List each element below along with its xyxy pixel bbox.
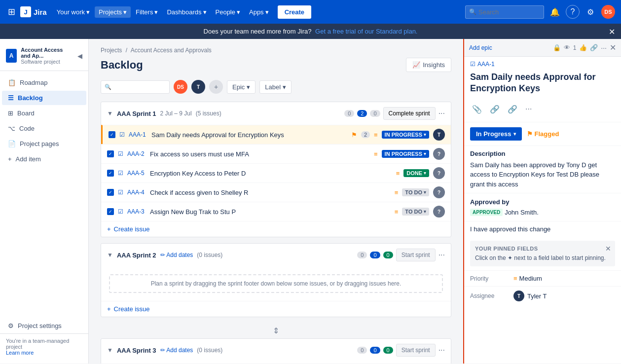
banner-link[interactable]: Get a free trial of our Standard plan. bbox=[315, 28, 417, 35]
issue-row-aaa2[interactable]: ✓ ☑ AAA-2 Fix access so users must use M… bbox=[101, 144, 451, 163]
priority-field-row: Priority ≡ Medium bbox=[464, 270, 621, 286]
sidebar-item-add[interactable]: + Add item bbox=[2, 152, 86, 166]
create-issue-sprint2[interactable]: + Create issue bbox=[101, 301, 451, 317]
assignee-aaa5[interactable]: ? bbox=[433, 167, 445, 179]
sprint2-toggle[interactable]: ▼ bbox=[107, 252, 113, 258]
label-filter[interactable]: Label ▾ bbox=[259, 80, 292, 94]
start-sprint3-button[interactable]: Start sprint bbox=[396, 344, 436, 357]
filters-menu[interactable]: Filters ▾ bbox=[132, 6, 162, 18]
resize-handle[interactable]: ⇕ bbox=[101, 323, 451, 338]
status-aaa4[interactable]: TO DO ▾ bbox=[402, 188, 429, 196]
attach-icon[interactable]: 📎 bbox=[470, 103, 484, 116]
user-avatar[interactable]: DS bbox=[601, 5, 615, 19]
checkbox-aaa5[interactable]: ✓ bbox=[107, 170, 114, 177]
epic-filter[interactable]: Epic ▾ bbox=[227, 80, 256, 94]
search-input[interactable] bbox=[465, 5, 544, 19]
sprint3-more[interactable]: ··· bbox=[438, 346, 445, 355]
sidebar-item-backlog[interactable]: ☰ Backlog bbox=[2, 91, 86, 105]
sidebar-item-board[interactable]: ⊞ Board bbox=[2, 106, 86, 120]
detail-issue-id[interactable]: AAA-1 bbox=[477, 61, 495, 68]
sprint1-toggle[interactable]: ▼ bbox=[107, 110, 113, 117]
checkbox-aaa3[interactable]: ✓ bbox=[107, 208, 114, 215]
status-aaa3[interactable]: TO DO ▾ bbox=[402, 208, 429, 216]
your-work-menu[interactable]: Your work ▾ bbox=[53, 6, 94, 18]
status-aaa5[interactable]: DONE ▾ bbox=[403, 169, 429, 177]
sprint2-name: AAA Sprint 2 bbox=[117, 252, 156, 259]
status-aaa1[interactable]: IN PROGRESS ▾ bbox=[382, 131, 429, 139]
sprint3-add-dates[interactable]: ✏ Add dates bbox=[160, 347, 193, 354]
checkbox-aaa4[interactable]: ✓ bbox=[107, 189, 114, 196]
detail-more-icon[interactable]: ··· bbox=[601, 44, 607, 52]
assignee-aaa1[interactable]: T bbox=[433, 129, 445, 141]
learn-more-link[interactable]: Learn more bbox=[6, 350, 34, 356]
help-icon[interactable]: ? bbox=[566, 5, 580, 19]
sidebar-collapse-icon[interactable]: ◀ bbox=[77, 52, 82, 60]
sprint2-more[interactable]: ··· bbox=[438, 251, 445, 259]
issue-row-aaa1[interactable]: ✓ ☑ AAA-1 Sam Daily needs Approval for E… bbox=[101, 125, 451, 144]
share-icon[interactable]: 🔗 bbox=[590, 44, 598, 51]
issue-row-aaa5[interactable]: ✓ ☑ AAA-5 Encryption Key Access to Peter… bbox=[101, 163, 451, 182]
breadcrumb-projects[interactable]: Projects bbox=[101, 47, 122, 54]
priority-label: Priority bbox=[470, 275, 510, 282]
sidebar-item-roadmap[interactable]: 📋 Roadmap bbox=[2, 75, 86, 90]
sprint3-section: ▼ AAA Sprint 3 ✏ Add dates (0 issues) 0 … bbox=[101, 338, 451, 364]
checkbox-aaa2[interactable]: ✓ bbox=[107, 150, 114, 157]
create-button[interactable]: Create bbox=[278, 5, 311, 19]
create-issue-sprint1[interactable]: + Create issue bbox=[101, 221, 451, 237]
grid-icon[interactable]: ⊞ bbox=[6, 4, 17, 19]
sidebar-item-code[interactable]: ⌥ Code bbox=[2, 121, 86, 136]
sidebar-item-settings[interactable]: ⚙ Project settings bbox=[2, 319, 86, 333]
create-issue-icon2: + bbox=[107, 305, 111, 313]
status-aaa2[interactable]: IN PROGRESS ▾ bbox=[382, 150, 429, 158]
sprint1-badge-blue: 2 bbox=[357, 110, 367, 117]
code-icon: ⌥ bbox=[8, 125, 15, 132]
avatar-ds[interactable]: DS bbox=[174, 80, 187, 94]
issue-row-aaa3[interactable]: ✓ ☑ AAA-3 Assign New Bug Trak to Stu P ≡… bbox=[101, 202, 451, 221]
assignee-aaa4[interactable]: ? bbox=[433, 186, 445, 198]
detail-close-icon[interactable]: ✕ bbox=[610, 43, 616, 52]
page-header: Backlog 📈 Insights bbox=[101, 58, 451, 72]
sprint3-toggle[interactable]: ▼ bbox=[107, 347, 113, 354]
issue-title-aaa1: Sam Daily needs Approval for Encryption … bbox=[151, 131, 347, 139]
checkbox-aaa1[interactable]: ✓ bbox=[109, 131, 115, 138]
more-actions-icon[interactable]: ··· bbox=[523, 103, 534, 115]
complete-sprint-button[interactable]: Complete sprint bbox=[383, 107, 436, 120]
people-menu[interactable]: People ▾ bbox=[212, 6, 244, 18]
approved-name: John Smith. bbox=[505, 209, 539, 216]
assignee-aaa2[interactable]: ? bbox=[433, 148, 445, 160]
sprint1-name: AAA Sprint 1 bbox=[117, 110, 156, 117]
projects-menu[interactable]: Projects ▾ bbox=[95, 6, 131, 18]
jira-logo[interactable]: J Jira bbox=[20, 6, 47, 17]
roadmap-icon: 📋 bbox=[8, 79, 16, 86]
sprint1-badge-green: 0 bbox=[370, 110, 380, 117]
sprint2-add-dates[interactable]: ✏ Add dates bbox=[160, 252, 193, 258]
avatar-add[interactable]: + bbox=[209, 80, 223, 94]
banner-close[interactable]: ✕ bbox=[609, 27, 615, 36]
issue-row-aaa4[interactable]: ✓ ☑ AAA-4 Check if access given to Shell… bbox=[101, 182, 451, 202]
backlog-icon: ☰ bbox=[8, 94, 14, 102]
child-issue-icon[interactable]: 🔗 bbox=[488, 103, 502, 116]
insights-button[interactable]: 📈 Insights bbox=[406, 58, 451, 72]
settings-icon[interactable]: ⚙ bbox=[584, 5, 597, 19]
thumbs-up-icon[interactable]: 👍 bbox=[579, 44, 587, 51]
sprint1-more[interactable]: ··· bbox=[438, 109, 445, 118]
sidebar-label-pages: Project pages bbox=[20, 140, 59, 147]
pinned-close-icon[interactable]: ✕ bbox=[605, 245, 611, 253]
in-progress-status-button[interactable]: In Progress ▾ bbox=[470, 127, 522, 141]
apps-menu[interactable]: Apps ▾ bbox=[245, 6, 273, 18]
sidebar-item-project-pages[interactable]: 📄 Project pages bbox=[2, 137, 86, 151]
dashboards-menu[interactable]: Dashboards ▾ bbox=[163, 6, 210, 18]
approved-by-section: Approved by APPROVED John Smith. bbox=[464, 193, 621, 221]
sidebar-label-backlog: Backlog bbox=[18, 94, 43, 102]
link-icon[interactable]: 🔗 bbox=[506, 103, 519, 116]
issue-type-icon-aaa3: ☑ bbox=[118, 208, 123, 215]
start-sprint2-button[interactable]: Start sprint bbox=[396, 249, 436, 261]
issue-type-icon-aaa5: ☑ bbox=[118, 170, 123, 177]
watch-icon[interactable]: 👁 bbox=[564, 44, 570, 51]
notifications-icon[interactable]: 🔔 bbox=[548, 5, 562, 19]
pages-icon: 📄 bbox=[8, 140, 16, 147]
avatar-t[interactable]: T bbox=[191, 80, 205, 94]
assignee-aaa3[interactable]: ? bbox=[433, 206, 445, 218]
approved-badge: APPROVED bbox=[470, 209, 503, 216]
breadcrumb-project[interactable]: Account Access and Approvals bbox=[131, 47, 212, 54]
